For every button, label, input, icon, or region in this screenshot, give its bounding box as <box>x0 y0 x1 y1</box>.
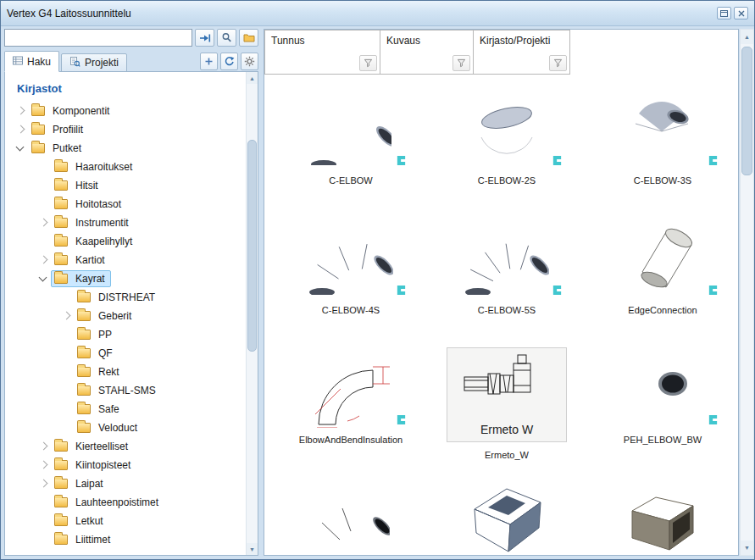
tree-item[interactable]: Kartiot <box>14 251 244 269</box>
tree-item[interactable]: Letkut <box>14 512 244 530</box>
tree-item[interactable]: STAHL-SMS <box>14 381 244 400</box>
tree-item[interactable]: Rekt <box>14 363 244 381</box>
tree-expander-icon[interactable] <box>36 160 51 174</box>
tree-expander-icon[interactable] <box>36 272 51 286</box>
tree-expander-icon[interactable] <box>59 291 74 304</box>
add-button[interactable] <box>200 53 218 70</box>
tree-expander-icon[interactable] <box>36 440 51 453</box>
tree-item[interactable]: Instrumentit <box>14 213 244 232</box>
tree-item[interactable]: Liittimet <box>14 530 244 549</box>
grid-item[interactable]: Ermeto W Ermeto_W <box>429 341 585 470</box>
tree-item[interactable]: DISTRHEAT <box>14 288 244 307</box>
tree-item-selection[interactable]: Profiilit <box>28 121 89 138</box>
tree-scrollbar[interactable]: ▲ ▼ <box>246 72 258 555</box>
search-input[interactable] <box>4 29 192 47</box>
tree-item-selection[interactable]: Kartiot <box>51 252 111 269</box>
grid-scrollbar[interactable]: ▲ ▼ <box>740 29 754 556</box>
filter-funnel-icon[interactable] <box>452 55 470 71</box>
column-header-kuvaus[interactable]: Kuvaus <box>380 30 474 75</box>
tree-item[interactable]: Hitsit <box>14 176 244 195</box>
tree-item-selection[interactable]: QF <box>74 345 119 362</box>
tree-expander-icon[interactable] <box>36 179 51 192</box>
tab-haku[interactable]: Haku <box>4 51 59 72</box>
refresh-button[interactable] <box>220 53 238 70</box>
tree-item-selection[interactable]: Liittimet <box>51 531 116 548</box>
tree-item-selection[interactable]: PP <box>74 326 118 343</box>
grid-item[interactable]: ElbowAndBendInsulation <box>273 341 429 470</box>
tree-item[interactable]: Putket <box>14 139 244 158</box>
tree-expander-icon[interactable] <box>36 216 51 230</box>
filter-funnel-icon[interactable] <box>359 55 377 71</box>
grid-item[interactable]: C-ELBOW-5S <box>429 211 585 341</box>
grid-item[interactable] <box>429 470 585 555</box>
tree-item-selection[interactable]: Veloduct <box>74 419 143 436</box>
tree-item[interactable]: Kiintopisteet <box>14 456 244 474</box>
tree-expander-icon[interactable] <box>59 328 74 341</box>
tree-expander-icon[interactable] <box>36 533 51 546</box>
tree-item[interactable]: Kayrat <box>14 269 244 288</box>
tree-item[interactable]: Komponentit <box>14 102 244 120</box>
tree-scroll-down-icon[interactable]: ▼ <box>247 543 258 555</box>
tree-item-selection[interactable]: Letkut <box>51 513 109 530</box>
tree-item-selection[interactable]: Kiintopisteet <box>51 457 136 474</box>
tree-item[interactable]: Geberit <box>14 307 244 325</box>
tree-item-selection[interactable]: Safe <box>74 401 125 418</box>
tree-expander-icon[interactable] <box>59 384 74 397</box>
search-button[interactable] <box>217 29 236 47</box>
tree-expander-icon[interactable] <box>59 347 74 360</box>
tree-item[interactable]: Kaapelihyllyt <box>14 232 244 251</box>
tree-item-selection[interactable]: Hitsit <box>51 177 104 194</box>
tree-expander-icon[interactable] <box>36 514 51 528</box>
tree-item[interactable]: Veloduct <box>14 419 244 437</box>
tree-expander-icon[interactable] <box>14 123 28 136</box>
dock-button[interactable] <box>717 7 731 19</box>
tree-item-selection[interactable]: Instrumentit <box>51 214 135 231</box>
tree-item-selection[interactable]: Lauhteenpoistimet <box>51 494 164 511</box>
tree-item-selection[interactable]: Kayrat <box>51 270 111 287</box>
tree-item[interactable]: Profiilit <box>14 120 244 139</box>
tree-expander-icon[interactable] <box>36 477 51 491</box>
tree-item[interactable]: Lauhteenpoistimet <box>14 493 244 512</box>
grid-item[interactable]: C-ELBOW-4S <box>273 211 429 341</box>
grid-item[interactable]: C-ELBOW <box>273 81 429 211</box>
tree-item-selection[interactable]: STAHL-SMS <box>74 382 162 399</box>
tree-item-selection[interactable]: Haaroitukset <box>51 158 138 175</box>
tree-expander-icon[interactable] <box>36 496 51 509</box>
search-go-button[interactable] <box>195 29 214 47</box>
grid-item[interactable]: PEH_ELBOW_BW <box>585 341 738 470</box>
tree-scroll-thumb[interactable] <box>247 140 257 352</box>
tree-item-selection[interactable]: DISTRHEAT <box>74 289 161 306</box>
tree-scroll-up-icon[interactable]: ▲ <box>247 72 258 84</box>
filter-funnel-icon[interactable] <box>549 55 567 71</box>
tree-expander-icon[interactable] <box>36 253 51 267</box>
grid-item[interactable] <box>585 470 738 555</box>
tree-expander-icon[interactable] <box>59 365 74 379</box>
tree-item-selection[interactable]: Kierteelliset <box>51 438 134 455</box>
tree-item-selection[interactable]: Komponentit <box>28 103 115 119</box>
grid-item[interactable]: C-ELBOW-2S <box>429 81 585 211</box>
tree-expander-icon[interactable] <box>36 235 51 248</box>
tree-expander-icon[interactable] <box>59 421 74 435</box>
tree-item-selection[interactable]: Putket <box>28 140 87 157</box>
open-folder-button[interactable] <box>239 29 258 47</box>
column-header-kirjasto-projekti[interactable]: Kirjasto/Projekti <box>474 30 570 75</box>
tree-item[interactable]: Safe <box>14 400 244 419</box>
tree-item[interactable]: Kierteelliset <box>14 437 244 456</box>
tree-item-selection[interactable]: Rekt <box>74 363 125 380</box>
tree-item-selection[interactable]: Kaapelihyllyt <box>51 233 138 250</box>
tree-expander-icon[interactable] <box>36 458 51 472</box>
tree-expander-icon[interactable] <box>14 141 28 155</box>
grid-scroll-up-icon[interactable]: ▲ <box>741 30 753 44</box>
grid-scroll-down-icon[interactable]: ▼ <box>741 541 753 555</box>
column-header-tunnus[interactable]: Tunnus <box>264 30 380 75</box>
tree-item[interactable]: PP <box>14 325 244 344</box>
grid-item[interactable]: C-ELBOW-3S <box>585 81 738 211</box>
tree-expander-icon[interactable] <box>36 197 51 211</box>
grid-item[interactable] <box>273 470 429 555</box>
tree-item[interactable]: Laipat <box>14 474 244 493</box>
tree-item-selection[interactable]: Geberit <box>74 308 137 324</box>
tree-item-selection[interactable]: Laipat <box>51 475 109 492</box>
grid-scroll-thumb[interactable] <box>741 47 752 175</box>
tree-root-label[interactable]: Kirjastot <box>17 82 244 95</box>
tree-item[interactable]: QF <box>14 344 244 363</box>
